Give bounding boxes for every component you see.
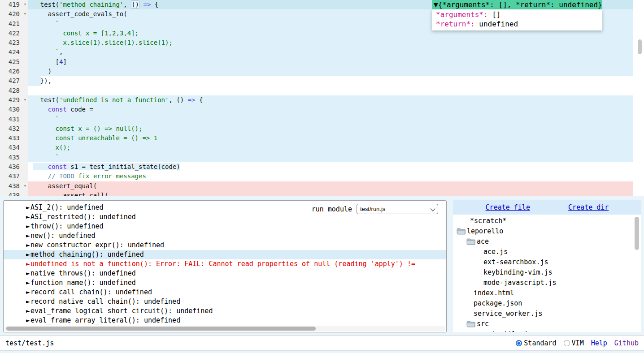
create-file-link[interactable]: Create file xyxy=(486,203,530,211)
gutter-line-number[interactable]: 422 xyxy=(0,29,28,38)
line-number[interactable]: 422 xyxy=(9,30,20,37)
editor-gutter[interactable]: 419▾420▾421422423424425426427428429▾4304… xyxy=(0,0,28,196)
create-dir-link[interactable]: Create dir xyxy=(568,203,609,211)
result-row[interactable]: ►eval_frame array_literal(): undefined xyxy=(4,316,446,325)
code-line[interactable]: [4] xyxy=(28,57,633,67)
line-number[interactable]: 429 xyxy=(9,96,20,103)
code-line[interactable]: assert_equal( xyxy=(28,181,633,191)
line-number[interactable]: 419 xyxy=(9,1,20,8)
vim-keybinding-option[interactable]: VIM xyxy=(564,339,584,347)
fold-toggle-icon[interactable]: ▾ xyxy=(23,0,26,9)
gutter-line-number[interactable]: 432 xyxy=(0,124,28,133)
line-number[interactable]: 426 xyxy=(9,68,20,75)
result-row[interactable]: ►new constructor expr(): undefined xyxy=(4,241,446,250)
fold-toggle-icon[interactable]: ▾ xyxy=(23,181,26,190)
results-scrollbar-thumb[interactable] xyxy=(6,327,316,331)
line-number[interactable]: 423 xyxy=(9,39,20,46)
gutter-line-number[interactable]: 431 xyxy=(0,115,28,124)
expand-triangle-icon[interactable]: ► xyxy=(26,297,30,306)
result-row[interactable]: ►throw(): undefined xyxy=(4,222,446,231)
github-link[interactable]: Github xyxy=(614,339,639,347)
line-number[interactable]: 434 xyxy=(9,144,20,151)
code-line[interactable]: const code = xyxy=(28,105,633,114)
expand-triangle-icon[interactable]: ► xyxy=(26,250,30,258)
standard-keybinding-option[interactable]: Standard xyxy=(516,339,556,347)
fold-toggle-icon[interactable]: ▾ xyxy=(23,95,26,104)
gutter-line-number[interactable]: 430 xyxy=(0,105,28,114)
code-line[interactable]: ` xyxy=(28,115,633,124)
line-number[interactable]: 438 xyxy=(9,182,20,189)
tree-item-file[interactable]: keybinding-vim.js xyxy=(453,267,641,278)
tree-item-file[interactable]: service_worker.js xyxy=(453,309,641,319)
expand-triangle-icon[interactable]: ► xyxy=(26,213,30,221)
tree-item-folder[interactable]: leporello xyxy=(453,226,641,237)
gutter-line-number[interactable]: 424 xyxy=(0,47,28,57)
code-line[interactable]: }), xyxy=(28,76,633,86)
code-line[interactable]: x.slice(1).slice(1).slice(1); xyxy=(28,38,633,47)
line-number[interactable]: 437 xyxy=(9,172,20,180)
line-number[interactable]: 428 xyxy=(9,87,20,94)
gutter-line-number[interactable]: 435 xyxy=(0,153,28,162)
gutter-line-number[interactable]: 433 xyxy=(0,133,28,143)
expand-triangle-icon[interactable]: ► xyxy=(26,260,30,268)
result-row[interactable]: ►undefined is not a function(): Error: F… xyxy=(4,259,446,269)
gutter-line-number[interactable]: 423 xyxy=(0,38,28,47)
gutter-line-number[interactable]: 436 xyxy=(0,162,28,172)
expand-triangle-icon[interactable]: ► xyxy=(26,232,30,240)
result-row[interactable]: ►record call chain(): undefined xyxy=(4,288,446,297)
expand-triangle-icon[interactable]: ► xyxy=(26,222,30,230)
tree-item-file[interactable]: *scratch* xyxy=(453,216,641,226)
code-line[interactable]: x(); xyxy=(28,143,633,152)
line-number[interactable]: 424 xyxy=(9,48,20,56)
code-line[interactable]: ) xyxy=(28,67,633,76)
line-number[interactable]: 431 xyxy=(9,116,20,123)
gutter-line-number[interactable]: 425 xyxy=(0,57,28,67)
line-number[interactable]: 435 xyxy=(9,154,20,161)
expand-triangle-icon[interactable]: ► xyxy=(26,307,30,315)
result-row[interactable]: ►record native call chain(): undefined xyxy=(4,297,446,306)
line-number[interactable]: 421 xyxy=(9,20,20,27)
code-line[interactable]: const s1 = test_initial_state(code) xyxy=(28,162,633,172)
code-line[interactable]: `, xyxy=(28,47,633,57)
line-number[interactable]: 425 xyxy=(9,58,20,65)
code-line[interactable] xyxy=(28,86,633,95)
expand-triangle-icon[interactable]: ► xyxy=(26,241,30,249)
editor-scrollbar-thumb[interactable] xyxy=(638,39,642,54)
result-row[interactable]: ►function name(): undefined xyxy=(4,278,446,288)
tooltip-entry[interactable]: *arguments*: [] xyxy=(434,10,600,19)
tree-item-folder[interactable]: ace xyxy=(453,237,641,247)
tree-item-file[interactable]: ext-searchbox.js xyxy=(453,257,641,267)
code-line[interactable]: const x = () => null(); xyxy=(28,124,633,133)
result-row[interactable]: ►eval_frame logical short circuit(): und… xyxy=(4,306,446,316)
gutter-line-number[interactable]: 439 xyxy=(0,191,28,196)
line-number[interactable]: 436 xyxy=(9,163,20,170)
tooltip-entry[interactable]: *return*: undefined xyxy=(434,19,600,29)
help-link[interactable]: Help xyxy=(591,339,607,347)
code-editor[interactable]: test('method chaining', () => { assert_c… xyxy=(0,0,644,196)
standard-radio[interactable] xyxy=(516,340,522,346)
expand-triangle-icon[interactable]: ► xyxy=(26,200,30,202)
code-line[interactable]: ` xyxy=(28,153,633,162)
line-number[interactable]: 433 xyxy=(9,134,20,142)
line-number[interactable]: 420 xyxy=(9,10,20,17)
file-tree-scrollbar-thumb[interactable] xyxy=(635,217,639,250)
line-number[interactable]: 430 xyxy=(9,106,20,113)
line-number[interactable]: 432 xyxy=(9,125,20,132)
gutter-line-number[interactable]: 429▾ xyxy=(0,95,28,105)
tooltip-header[interactable]: ▼{*arguments*: [], *return*: undefined} xyxy=(432,0,602,9)
result-row[interactable]: ►native throws(): undefined xyxy=(4,269,446,278)
gutter-line-number[interactable]: 420▾ xyxy=(0,9,28,19)
tree-item-file[interactable]: package.json xyxy=(453,298,641,309)
results-horizontal-scrollbar[interactable] xyxy=(4,326,445,331)
vim-radio[interactable] xyxy=(564,340,570,346)
expand-triangle-icon[interactable]: ► xyxy=(26,269,30,277)
editor-scrollbar[interactable] xyxy=(633,0,644,196)
gutter-line-number[interactable]: 427 xyxy=(0,76,28,86)
gutter-line-number[interactable]: 421 xyxy=(0,19,28,29)
gutter-line-number[interactable]: 434 xyxy=(0,143,28,152)
gutter-line-number[interactable]: 426 xyxy=(0,67,28,76)
result-row[interactable]: ►new(): undefined xyxy=(4,231,446,241)
line-number[interactable]: 439 xyxy=(9,192,20,196)
expand-triangle-icon[interactable]: ► xyxy=(26,203,30,211)
code-line[interactable]: const unreachable = () => 1 xyxy=(28,133,633,143)
